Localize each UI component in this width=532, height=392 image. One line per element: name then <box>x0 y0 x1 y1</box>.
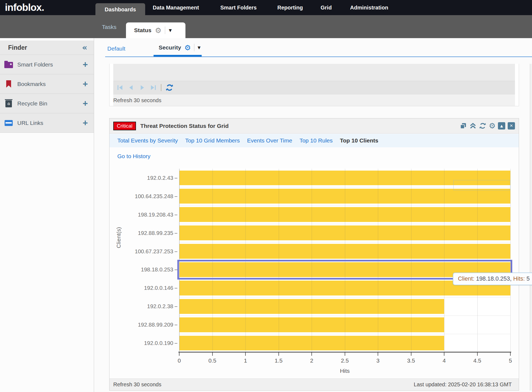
recycle-bin-icon: ♻ <box>4 99 14 107</box>
x-axis-tick-label: 0 <box>170 357 189 364</box>
x-axis-tick <box>245 353 246 356</box>
top-nav-bar: infoblox. Dashboards Data Management Sma… <box>0 0 532 15</box>
pager-toolbar <box>113 81 515 94</box>
refresh-icon[interactable] <box>165 84 174 92</box>
sidebar-item-bookmarks[interactable]: Bookmarks + <box>0 74 94 94</box>
y-axis-label: 100.64.235.248 <box>120 193 179 200</box>
bookmark-icon <box>4 80 14 88</box>
x-axis-tick <box>378 353 378 356</box>
severity-badge: Critical <box>113 122 136 130</box>
y-axis-label: 198.19.208.43 <box>120 211 179 218</box>
tab-status[interactable]: Status ⚙ ▼ <box>126 22 185 38</box>
faint-highlight-artifact <box>453 180 510 190</box>
panel-footer: Refresh 30 seconds Last updated: 2025-02… <box>109 378 519 390</box>
plus-icon[interactable]: + <box>83 79 88 89</box>
y-axis-label: 192.0.2.38 <box>120 303 179 310</box>
x-axis-title: Hits <box>179 368 510 374</box>
next-page-icon[interactable] <box>139 84 146 91</box>
x-axis-tick-label: 2.5 <box>335 357 354 364</box>
infoblox-logo: infoblox. <box>5 0 44 15</box>
sidebar-item-label: Smart Folders <box>17 61 79 68</box>
scrolled-widget: Refresh 30 seconds <box>109 64 519 106</box>
y-axis-label: 192.0.0.190 <box>120 340 179 346</box>
x-axis-tick-label: 0.5 <box>203 357 222 364</box>
gear-icon[interactable]: ⚙ <box>155 27 161 34</box>
y-axis-label: 192.0.0.146 <box>120 285 179 291</box>
finder-sidebar: Finder « * Smart Folders + Bookmarks + ♻… <box>0 38 94 392</box>
panel-title: Threat Protection Status for Grid <box>140 123 455 129</box>
collapse-up-icon[interactable]: ▲ <box>498 122 505 129</box>
sidebar-item-label: Recycle Bin <box>17 100 79 107</box>
sub-nav-bar: Tasks Status ⚙ ▼ <box>0 15 532 38</box>
chevron-down-icon[interactable]: ▼ <box>198 46 201 49</box>
x-axis-tick-label: 3.5 <box>402 357 421 364</box>
nav-item-dashboards[interactable]: Dashboards <box>95 3 145 15</box>
x-axis-tick-label: 3 <box>368 357 387 364</box>
previous-page-icon[interactable] <box>128 84 135 91</box>
tab-tasks[interactable]: Tasks <box>102 15 117 38</box>
nav-item-administration[interactable]: Administration <box>350 0 388 15</box>
x-axis-tick <box>510 353 511 356</box>
adjacent-panel-edge <box>530 64 532 391</box>
tab-total-events-by-severity[interactable]: Total Events by Severity <box>117 137 178 144</box>
last-updated-text: Last updated: 2025-02-20 16:38:13 GMT <box>414 381 512 388</box>
bar-chart-plot: 00.511.522.533.544.55 <box>179 169 510 352</box>
plus-icon[interactable]: + <box>83 59 88 70</box>
close-icon[interactable]: ✕ <box>508 122 515 129</box>
finder-title: Finder <box>8 44 82 51</box>
nav-item-reporting[interactable]: Reporting <box>277 0 303 15</box>
x-axis-tick <box>311 353 312 356</box>
refresh-interval-note: Refresh 30 seconds <box>113 94 515 106</box>
go-to-history-link[interactable]: Go to History <box>117 153 151 160</box>
plus-icon[interactable]: + <box>83 118 88 128</box>
x-axis-tick <box>345 353 345 356</box>
gear-icon[interactable]: ⚙ <box>489 122 496 130</box>
sidebar-item-label: URL Links <box>17 120 79 126</box>
y-axis-label: 192.88.99.209 <box>120 321 179 328</box>
panel-header-icons: ⚙ ▲ ✕ <box>460 122 515 130</box>
sidebar-item-url-links[interactable]: URL Links + <box>0 113 94 133</box>
refresh-icon[interactable] <box>479 122 486 129</box>
tab-status-label: Status <box>134 27 151 34</box>
collapse-double-chevron-left-icon[interactable]: « <box>82 44 87 52</box>
url-links-icon <box>4 120 14 126</box>
y-axis-label: 100.67.237.253 <box>120 248 179 255</box>
threat-protection-panel: Critical Threat Protection Status for Gr… <box>109 118 519 391</box>
tab-top-10-grid-members[interactable]: Top 10 Grid Members <box>185 137 240 144</box>
x-axis-tick-label: 4.5 <box>468 357 487 364</box>
tab-default[interactable]: Default <box>107 45 125 52</box>
x-axis-tick <box>179 353 179 356</box>
refresh-interval-note: Refresh 30 seconds <box>113 381 414 388</box>
panel-tab-strip: Total Events by Severity Top 10 Grid Mem… <box>109 134 519 147</box>
y-axis-labels: 192.0.2.43100.64.235.248198.19.208.43192… <box>120 169 179 352</box>
x-axis-tick-label: 1 <box>236 357 255 364</box>
nav-item-grid[interactable]: Grid <box>321 0 332 15</box>
collapse-all-icon[interactable] <box>469 122 477 129</box>
nav-item-smart-folders[interactable]: Smart Folders <box>220 0 257 15</box>
plus-icon[interactable]: + <box>83 98 88 109</box>
gear-icon[interactable]: ⚙ <box>184 44 191 51</box>
x-axis-tick-label: 2 <box>302 357 321 364</box>
tab-security[interactable]: Security ⚙ ▼ <box>159 44 201 51</box>
divider <box>161 84 161 91</box>
x-axis-tick-label: 1.5 <box>269 357 288 364</box>
chevron-down-icon[interactable]: ▼ <box>169 28 172 32</box>
divider <box>194 44 194 51</box>
finder-panel: Finder « * Smart Folders + Bookmarks + ♻… <box>0 41 94 133</box>
x-axis-tick-label: 4 <box>435 357 454 364</box>
tab-top-10-rules[interactable]: Top 10 Rules <box>300 137 333 144</box>
tab-events-over-time[interactable]: Events Over Time <box>247 137 292 144</box>
tab-top-10-clients[interactable]: Top 10 Clients <box>340 137 378 144</box>
smart-folder-icon: * <box>4 61 14 68</box>
first-page-icon[interactable] <box>117 84 124 91</box>
windows-restore-icon[interactable] <box>460 122 467 129</box>
sidebar-item-recycle-bin[interactable]: ♻ Recycle Bin + <box>0 94 94 113</box>
tooltip-client-value: 198.18.0.253, <box>476 275 512 282</box>
screen: infoblox. Dashboards Data Management Sma… <box>0 0 532 392</box>
nav-item-data-management[interactable]: Data Management <box>153 0 199 15</box>
tooltip-hits-value: 5 <box>526 275 530 282</box>
last-page-icon[interactable] <box>150 84 157 91</box>
sidebar-item-smart-folders[interactable]: * Smart Folders + <box>0 55 94 74</box>
tabs-baseline <box>105 57 532 57</box>
x-axis-tick <box>444 353 444 356</box>
